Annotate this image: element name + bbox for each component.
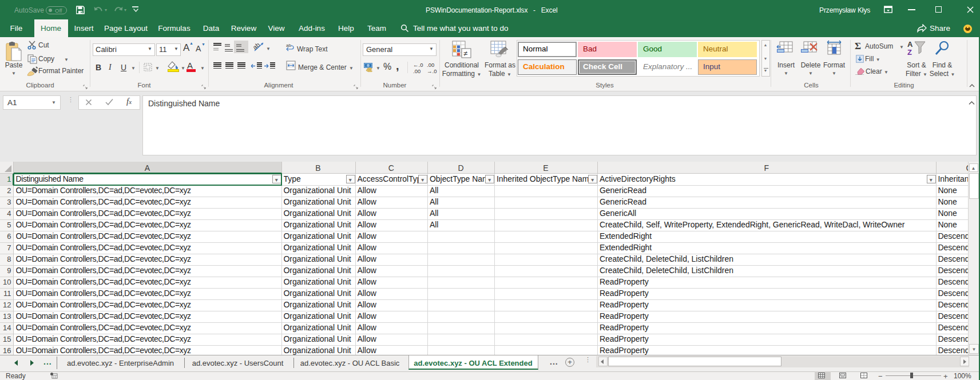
svg-text:≠: ≠: [463, 49, 467, 58]
